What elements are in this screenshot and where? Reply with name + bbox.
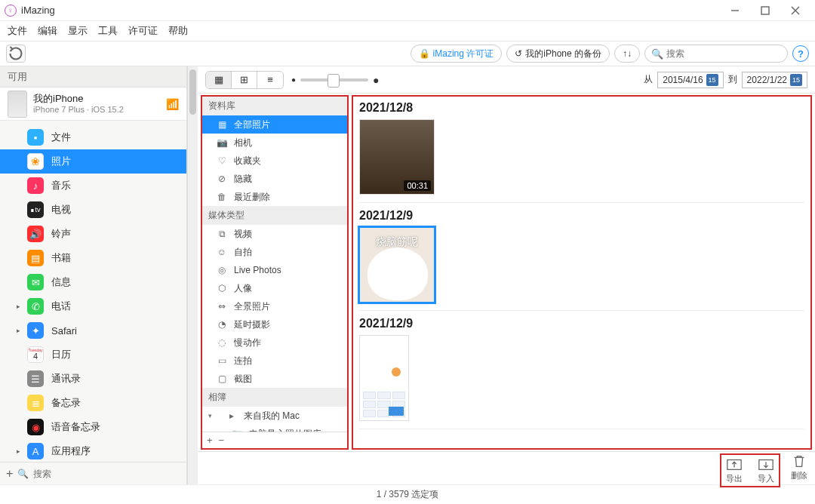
library-item[interactable]: ⬡人像 — [202, 279, 347, 297]
library-item-icon: ▦ — [216, 119, 228, 130]
add-button[interactable]: + — [6, 467, 13, 481]
sidebar-item-phone[interactable]: ▸✆电话 — [0, 294, 186, 318]
refresh-button[interactable] — [6, 45, 26, 63]
sidebar-item-music[interactable]: ♪音乐 — [0, 174, 186, 198]
device-row[interactable]: 我的iPhone iPhone 7 Plus · iOS 15.2 📶 — [0, 88, 186, 121]
menu-view[interactable]: 显示 — [68, 24, 88, 38]
thumb-row: 烧脑筋呢 — [359, 227, 804, 311]
sidebar-item-safari[interactable]: ▸✦Safari — [0, 318, 186, 343]
scrollbar-thumb[interactable] — [189, 69, 196, 115]
date-to-input[interactable]: 2022/1/22 15 — [742, 72, 807, 88]
maximize-button[interactable] — [750, 0, 780, 21]
sidebar-item-apps[interactable]: ▸A应用程序 — [0, 439, 186, 462]
menu-tools[interactable]: 工具 — [98, 24, 118, 38]
view-list-button[interactable]: ≡ — [257, 72, 283, 88]
notes-icon: ≣ — [27, 395, 44, 411]
delete-button[interactable]: 删除 — [791, 453, 807, 481]
search-field[interactable] — [666, 48, 781, 59]
calendar-icon: 15 — [790, 74, 802, 86]
sidebar-item-label: 电视 — [51, 203, 71, 217]
library-item[interactable]: ⧉视频 — [202, 225, 347, 243]
thumb-row — [359, 335, 804, 429]
library-item-icon: ⇔ — [216, 301, 228, 312]
library-item[interactable]: ▢截图 — [202, 370, 347, 388]
photo-thumbnail[interactable]: 烧脑筋呢 — [359, 227, 435, 303]
sidebar-item-msg[interactable]: ✉信息 — [0, 270, 186, 294]
library-item-icon: ◌ — [216, 337, 228, 348]
sidebar-search-input[interactable] — [33, 469, 180, 479]
sidebar-item-files[interactable]: ▪文件 — [0, 125, 186, 149]
svg-rect-1 — [761, 7, 769, 14]
sidebar-scrollbar[interactable] — [187, 66, 198, 484]
library-item[interactable]: 🗑最近删除 — [202, 188, 347, 206]
library-item-icon: ⊘ — [216, 174, 228, 184]
sidebar-item-contacts[interactable]: ☰通讯录 — [0, 367, 186, 391]
help-button[interactable]: ? — [792, 45, 809, 62]
add-album-button[interactable]: + — [207, 435, 213, 446]
menubar: 文件 编辑 显示 工具 许可证 帮助 — [0, 21, 815, 41]
action-group: 导出 导入 — [720, 453, 780, 487]
library-item-label: 来自我的 Mac — [244, 410, 300, 423]
library-item[interactable]: 📷相机 — [202, 134, 347, 152]
library-header: 相簿 — [202, 388, 347, 407]
library-item[interactable]: ▦全部照片 — [202, 115, 347, 134]
size-slider[interactable] — [300, 78, 368, 81]
library-item[interactable]: ♡收藏夹 — [202, 152, 347, 170]
view-grid-large-button[interactable]: ▦ — [206, 72, 232, 88]
library-item-label: 延时摄影 — [234, 318, 270, 331]
sidebar-item-label: 应用程序 — [51, 444, 91, 458]
library-item[interactable]: ◌慢动作 — [202, 333, 347, 352]
library-item-label: 全部照片 — [234, 118, 270, 131]
library-item-label: 截图 — [234, 373, 252, 386]
export-button[interactable]: 导出 — [726, 456, 743, 484]
library-item[interactable]: ◔延时摄影 — [202, 315, 347, 333]
library-item[interactable]: ◎Live Photos — [202, 261, 347, 279]
photo-thumbnail[interactable] — [359, 335, 409, 421]
sidebar-item-notes[interactable]: ≣备忘录 — [0, 391, 186, 415]
backup-button[interactable]: ↺ 我的iPhone 的备份 — [506, 45, 610, 63]
sidebar-item-tv[interactable]: ∎tv电视 — [0, 198, 186, 222]
sidebar-item-ring[interactable]: 🔊铃声 — [0, 222, 186, 246]
close-button[interactable] — [780, 0, 810, 21]
library-item[interactable]: ☺自拍 — [202, 243, 347, 261]
remove-album-button[interactable]: − — [219, 435, 225, 446]
sidebar-item-label: 日历 — [51, 348, 71, 361]
device-sub: iPhone 7 Plus · iOS 15.2 — [33, 105, 160, 115]
library-item[interactable]: 📷电脑导入照片图库 — [202, 425, 347, 432]
license-button[interactable]: 🔒 iMazing 许可证 — [411, 45, 503, 63]
library-item-icon: ◎ — [216, 265, 228, 275]
sidebar-item-photos[interactable]: 照片 — [0, 149, 186, 174]
minimize-button[interactable] — [720, 0, 750, 21]
library-item[interactable]: ▸来自我的 Mac — [202, 407, 347, 425]
photo-thumbnail[interactable]: 00:31 — [359, 119, 435, 195]
sidebar-item-books[interactable]: ▤书籍 — [0, 246, 186, 270]
library-item-icon: 📷 — [216, 137, 228, 148]
search-input[interactable]: 🔍 — [644, 45, 788, 63]
sidebar-item-cal[interactable]: Tuesday4日历 — [0, 343, 186, 367]
library-item-icon: ◔ — [216, 319, 228, 330]
date-from-input[interactable]: 2015/4/16 15 — [657, 72, 723, 88]
menu-file[interactable]: 文件 — [8, 24, 27, 38]
date-header: 2021/12/9 — [359, 317, 804, 330]
app-logo-icon — [5, 5, 17, 17]
person-large-icon: ● — [373, 74, 379, 86]
library-item-icon: ⧉ — [216, 229, 228, 239]
menu-edit[interactable]: 编辑 — [38, 24, 57, 38]
menu-license[interactable]: 许可证 — [128, 24, 158, 38]
sort-button[interactable]: ↑↓ — [614, 45, 640, 63]
import-button[interactable]: 导入 — [758, 456, 774, 484]
view-grid-small-button[interactable]: ⊞ — [232, 72, 257, 88]
library-item[interactable]: ⊘隐藏 — [202, 170, 347, 188]
sidebar-item-voice[interactable]: ◉语音备忘录 — [0, 415, 186, 439]
library-panel: 资料库▦全部照片📷相机♡收藏夹⊘隐藏🗑最近删除媒体类型⧉视频☺自拍◎Live P… — [201, 95, 349, 450]
library-item-icon: ☺ — [216, 247, 228, 257]
library-item-icon: ♡ — [216, 155, 228, 166]
license-label: iMazing 许可证 — [433, 48, 494, 60]
view-mode-segment: ▦ ⊞ ≡ — [205, 71, 284, 89]
library-item[interactable]: ▭连拍 — [202, 352, 347, 370]
sidebar-item-label: 备忘录 — [51, 396, 81, 410]
export-label: 导出 — [726, 473, 743, 484]
date-group: 2021/12/9烧脑筋呢 — [359, 209, 804, 311]
library-item[interactable]: ⇔全景照片 — [202, 297, 347, 315]
menu-help[interactable]: 帮助 — [168, 24, 188, 38]
